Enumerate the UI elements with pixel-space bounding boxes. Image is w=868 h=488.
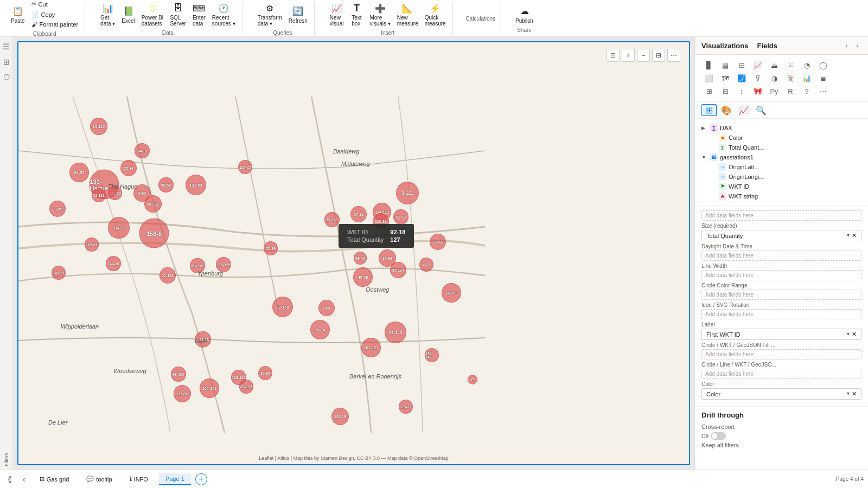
color-field-item[interactable]: ■ Color <box>701 133 861 143</box>
label-dropdown[interactable]: First WKT ID ▾ ✕ <box>701 329 861 340</box>
wkt-id-item[interactable]: ⚑ WKT ID <box>701 182 861 191</box>
data-view-icon[interactable]: ⊞ <box>1 56 12 67</box>
map-bubble[interactable]: 22-143 <box>385 322 406 343</box>
text-box-button[interactable]: T Textbox <box>348 1 365 28</box>
viz-line-chart[interactable]: 📈 <box>750 59 765 71</box>
format-visual-icon[interactable]: 🎨 <box>719 104 734 116</box>
viz-map[interactable]: 🗺 <box>718 72 733 84</box>
map-bubble[interactable]: 3-121 <box>396 182 419 204</box>
viz-waterfall[interactable]: ↕ <box>734 85 749 97</box>
map-bubble[interactable]: 115-98 <box>174 385 191 402</box>
map-bubble[interactable]: 121-22 <box>399 400 413 414</box>
zoom-out-button[interactable]: − <box>637 49 650 62</box>
total-quant-item[interactable]: ∑ Total Quant... <box>701 143 861 152</box>
origin-lati-item[interactable]: ○ OriginLati... <box>701 162 861 172</box>
new-visual-button[interactable]: 📈 Newvisual <box>328 1 346 28</box>
page-nav-prev[interactable]: ‹ <box>20 474 29 485</box>
color-dropdown[interactable]: Color ▾ ✕ <box>701 388 861 400</box>
map-bubble[interactable]: 19-74 <box>310 320 330 339</box>
map-bubble[interactable]: 150-19 <box>331 408 349 425</box>
viz-more[interactable]: ⋯ <box>815 85 831 97</box>
map-bubble[interactable]: 72-158 <box>159 267 176 284</box>
new-measure-button[interactable]: 📐 Newmeasure <box>395 1 420 28</box>
map-bubble[interactable]: 63-118 <box>190 258 205 273</box>
gasstations-expand[interactable]: ▼ ⊞ gasstations1 <box>701 152 861 162</box>
linewidth-placeholder[interactable]: Add data fields here <box>701 270 861 280</box>
map-bubble[interactable]: E <box>468 375 477 384</box>
transform-button[interactable]: ⚙ Transformdata ▾ <box>256 1 284 28</box>
map-bubble[interactable]: 71-152 <box>49 201 66 217</box>
map-bubble[interactable]: 144-16 <box>106 256 121 271</box>
excel-button[interactable]: 📗 Excel <box>119 4 137 25</box>
viz-donut[interactable]: ◯ <box>815 59 831 71</box>
viz-stacked-bar[interactable]: ▤ <box>718 59 733 71</box>
map-bubble[interactable]: 34-15 <box>135 143 150 158</box>
build-visual-icon[interactable]: ⊞ <box>701 104 717 116</box>
toggle-switch[interactable] <box>711 432 726 440</box>
page-nav-first[interactable]: ⟪ <box>4 474 15 485</box>
map-bubble[interactable]: 152-61 <box>85 237 99 252</box>
powerbi-button[interactable]: ⬡ Power BIdatasets <box>139 1 166 28</box>
viz-treemap[interactable]: ⬜ <box>701 72 717 84</box>
map-bubble[interactable]: 161-127 <box>361 338 381 357</box>
map-bubble[interactable]: 121-87 <box>430 234 446 250</box>
viz-kpi[interactable]: 📊 <box>799 72 814 84</box>
map-bubble[interactable]: 131-53 <box>186 175 206 195</box>
map-bubble[interactable]: 142-99 <box>442 283 461 303</box>
circle-color-range-placeholder[interactable]: Add data fields here <box>701 290 861 300</box>
map-bubble[interactable]: 158-8 <box>139 219 169 248</box>
enter-data-button[interactable]: ⌨ Enterdata <box>190 1 208 28</box>
viz-scatter[interactable]: ⁙ <box>783 59 798 71</box>
add-page-button[interactable]: + <box>195 473 207 485</box>
size-remove-icon[interactable]: ✕ <box>852 232 857 239</box>
map-bubble[interactable]: 58-131 <box>144 195 162 213</box>
map-bubble[interactable]: 141-71 <box>52 266 66 280</box>
map-bubble[interactable]: 110-92 <box>373 213 389 229</box>
panel-nav-right[interactable]: › <box>853 41 861 50</box>
more-visuals-button[interactable]: ➕ Morevisuals ▾ <box>367 1 392 28</box>
viz-custom-1[interactable]: Py <box>767 85 782 97</box>
map-bubble[interactable]: 143-142 <box>425 348 439 362</box>
cut-button[interactable]: ✂ Cut <box>29 0 81 9</box>
wkt-string-item[interactable]: A WKT string <box>701 191 861 201</box>
viz-ribbon[interactable]: 🎀 <box>750 85 765 97</box>
copy-button[interactable]: 📄 Copy <box>29 10 81 19</box>
viz-custom-2[interactable]: R <box>783 85 798 97</box>
viz-pie[interactable]: ◔ <box>799 59 814 71</box>
map-bubble[interactable]: 118-126 <box>216 257 231 272</box>
circle-line-wkt-placeholder[interactable]: Add data fields here <box>701 369 861 379</box>
get-data-button[interactable]: 📊 Getdata ▾ <box>98 1 117 28</box>
map-bubble[interactable]: 48-3 <box>419 258 433 272</box>
viz-funnel[interactable]: ⊽ <box>750 72 765 84</box>
label-remove-icon[interactable]: ✕ <box>852 331 857 338</box>
tab-page1[interactable]: Page 1 <box>159 473 191 485</box>
size-dropdown[interactable]: Total Quantity ▾ ✕ <box>701 230 861 241</box>
viz-bar-chart[interactable]: ▊ <box>701 59 717 71</box>
map-bubble[interactable]: 16-72 <box>108 217 130 239</box>
map-bubble[interactable]: 35-34 <box>120 160 137 176</box>
more-options-button[interactable]: ⋯ <box>667 49 680 62</box>
cross-report-toggle[interactable]: Off <box>701 432 726 440</box>
map-bubble[interactable]: 60-58 <box>158 177 174 192</box>
color-remove-icon[interactable]: ✕ <box>852 390 857 397</box>
origin-longi-item[interactable]: ○ OriginLongi... <box>701 172 861 182</box>
viz-gauge[interactable]: ◑ <box>767 72 782 84</box>
map-bubble[interactable]: 39-161 <box>324 212 340 227</box>
map-bubble[interactable]: 98-100 <box>171 367 186 382</box>
recent-sources-button[interactable]: 🕐 Recentsources ▾ <box>210 1 238 28</box>
paste-button[interactable]: 📋 Paste <box>9 4 27 25</box>
map-bubble[interactable]: 74-9 <box>318 300 335 316</box>
sql-button[interactable]: 🗄 SQLServer <box>168 1 188 28</box>
viz-qna[interactable]: ? <box>799 85 814 97</box>
map-bubble[interactable]: 100-158 <box>200 378 219 398</box>
map-bubble[interactable]: 99-45 <box>354 252 367 265</box>
publish-button[interactable]: ☁ Publish <box>513 4 535 25</box>
map-bubble[interactable]: 53-133 <box>92 188 106 202</box>
map-bubble[interactable]: 67-21 <box>350 206 367 222</box>
tab-info[interactable]: ℹ INFO <box>123 473 155 485</box>
panel-nav-left[interactable]: ‹ <box>843 41 851 50</box>
icon-svg-rotation-placeholder[interactable]: Add data fields here <box>701 309 861 319</box>
dax-expand[interactable]: ▶ ∑ DAX <box>701 123 861 133</box>
refresh-button[interactable]: 🔄 Refresh <box>286 4 310 25</box>
map-bubble[interactable]: 92-18 <box>393 209 409 224</box>
